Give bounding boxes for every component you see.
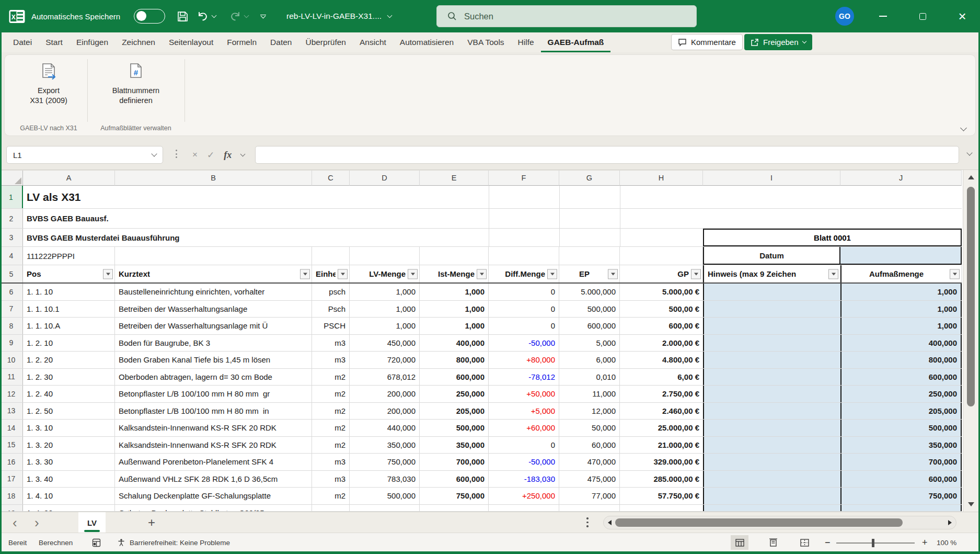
formula-bar-handle[interactable] bbox=[176, 150, 177, 158]
cell-diff-menge[interactable]: +5,000 bbox=[489, 403, 559, 420]
cell-hinweis[interactable] bbox=[703, 369, 840, 386]
cell-ep[interactable]: 77,000 bbox=[559, 488, 620, 504]
cell-h2[interactable] bbox=[620, 209, 703, 228]
add-sheet-button[interactable]: + bbox=[148, 512, 155, 533]
tab-bar-menu-icon[interactable] bbox=[586, 517, 589, 527]
row-header-3[interactable]: 3 bbox=[0, 229, 23, 246]
cell-c4[interactable] bbox=[312, 247, 350, 265]
cell-hinweis[interactable] bbox=[703, 335, 840, 352]
cell-h3[interactable] bbox=[620, 229, 703, 246]
cell-hinweis[interactable] bbox=[703, 352, 840, 368]
filter-diff_menge-button[interactable] bbox=[547, 269, 557, 279]
cell-ist-menge[interactable]: 1,000 bbox=[420, 284, 489, 300]
row-header-11[interactable]: 11 bbox=[0, 369, 23, 386]
cell-ep[interactable] bbox=[559, 505, 620, 512]
row-header-1[interactable]: 1 bbox=[0, 186, 23, 208]
cell-ist-menge[interactable]: 800,000 bbox=[420, 352, 489, 368]
cell-aufmassmenge[interactable]: 1,000 bbox=[840, 318, 962, 334]
macro-record-button[interactable] bbox=[92, 533, 101, 552]
cell-aufmassmenge[interactable]: 250,000 bbox=[840, 386, 962, 402]
cell-pos[interactable]: 1. 3. 30 bbox=[23, 454, 115, 470]
cell-hinweis[interactable] bbox=[703, 318, 840, 334]
ribbon-tab-formeln[interactable]: Formeln bbox=[220, 32, 263, 52]
column-header-d[interactable]: D bbox=[350, 171, 420, 186]
autosave-toggle[interactable] bbox=[134, 0, 165, 32]
cell-gp[interactable]: 25.000,00 € bbox=[620, 420, 703, 436]
datum-header-cell[interactable]: Datum bbox=[703, 247, 840, 265]
cell-diff-menge[interactable] bbox=[489, 505, 559, 512]
cell-ist-menge[interactable]: 205,000 bbox=[420, 403, 489, 420]
cell-lv-menge[interactable]: 1,000 bbox=[350, 284, 420, 300]
filter-ist_menge-button[interactable] bbox=[477, 269, 487, 279]
save-button[interactable] bbox=[177, 0, 189, 32]
ribbon-tab--berpr-fen[interactable]: Überprüfen bbox=[298, 32, 353, 52]
cell-diff-menge[interactable]: 0 bbox=[489, 284, 559, 300]
comments-button[interactable]: Kommentare bbox=[671, 34, 743, 50]
cell-aufmassmenge[interactable]: 700,000 bbox=[840, 454, 962, 470]
cell-diff-menge[interactable]: 0 bbox=[489, 437, 559, 454]
ribbon-tab-einf-gen[interactable]: Einfügen bbox=[70, 32, 115, 52]
cell-kurztext[interactable]: Boden Graben Kanal Tiefe bis 1,45 m löse… bbox=[115, 352, 312, 368]
ribbon-tab-seitenlayout[interactable]: Seitenlayout bbox=[162, 32, 220, 52]
filter-einheit-button[interactable] bbox=[338, 269, 348, 279]
cell-h1[interactable] bbox=[620, 186, 703, 208]
row-header-16[interactable]: 16 bbox=[0, 454, 23, 470]
row-header-13[interactable]: 13 bbox=[0, 403, 23, 420]
cell-lv-menge[interactable]: 678,012 bbox=[350, 369, 420, 386]
scroll-up-icon[interactable] bbox=[968, 175, 974, 179]
cell-kurztext[interactable]: Betreiben der Wasserhaltungsanlage mit Ü bbox=[115, 318, 312, 334]
filename-dropdown-icon[interactable] bbox=[387, 13, 393, 18]
cell-hinweis[interactable] bbox=[703, 284, 840, 300]
ribbon-tab-start[interactable]: Start bbox=[39, 32, 70, 52]
cell-a2[interactable]: BVBS GAEB Bauausf. bbox=[23, 209, 489, 228]
cell-a1[interactable]: LV als X31 bbox=[23, 186, 489, 208]
cell-b4[interactable] bbox=[115, 247, 312, 265]
aufmass-date-cell[interactable] bbox=[840, 247, 962, 265]
cell-ist-menge[interactable]: 1,000 bbox=[420, 318, 489, 334]
cell-ist-menge[interactable]: 250,000 bbox=[420, 386, 489, 402]
cell-ij2[interactable] bbox=[703, 209, 962, 228]
cell-g4[interactable] bbox=[559, 247, 620, 265]
cell-kurztext[interactable]: Schalung Deckenplatte GF-Schalungsplatte bbox=[115, 488, 312, 504]
row-header-7[interactable]: 7 bbox=[0, 301, 23, 318]
cell-kurztext[interactable]: Kalksandstein-Innenwand KS-R SFK 20 RDK bbox=[115, 420, 312, 436]
column-header-c[interactable]: C bbox=[312, 171, 350, 186]
cell-hinweis[interactable] bbox=[703, 505, 840, 512]
cell-gp[interactable]: 2.750,00 € bbox=[620, 386, 703, 402]
ribbon-tab-daten[interactable]: Daten bbox=[263, 32, 298, 52]
next-sheet-button[interactable]: › bbox=[34, 512, 39, 533]
cell-hinweis[interactable] bbox=[703, 454, 840, 470]
cell-kurztext[interactable]: Kalksandstein-Innenwand KS-R SFK 20 RDK bbox=[115, 437, 312, 454]
cell-pos[interactable]: 1. 1. 10.1 bbox=[23, 301, 115, 318]
quick-access-toolbar-button[interactable] bbox=[260, 0, 266, 32]
cell-kurztext[interactable]: Oberboden abtragen, lagern d= 30 cm Bode bbox=[115, 369, 312, 386]
scroll-down-icon[interactable] bbox=[968, 502, 974, 506]
cell-gp[interactable] bbox=[620, 505, 703, 512]
row-header-15[interactable]: 15 bbox=[0, 437, 23, 454]
cell-gp[interactable]: 600,00 € bbox=[620, 318, 703, 334]
cell-gp[interactable]: 4.800,00 € bbox=[620, 352, 703, 368]
cell-aufmassmenge[interactable]: 205,000 bbox=[840, 403, 962, 420]
status-calculate[interactable]: Berechnen bbox=[39, 533, 73, 552]
cell-aufmassmenge[interactable]: 500,000 bbox=[840, 420, 962, 436]
cell-ist-menge[interactable] bbox=[420, 505, 489, 512]
row-header-6[interactable]: 6 bbox=[0, 284, 23, 300]
collapse-ribbon-icon[interactable] bbox=[960, 125, 967, 131]
name-box-dropdown-icon[interactable] bbox=[151, 151, 157, 156]
scroll-left-icon[interactable] bbox=[608, 520, 612, 525]
redo-button[interactable] bbox=[229, 0, 248, 32]
cell-pos[interactable]: 1. 3. 20 bbox=[23, 437, 115, 454]
cell-kurztext[interactable]: Betreiben der Wasserhaltungsanlage bbox=[115, 301, 312, 318]
cell-ist-menge[interactable]: 600,000 bbox=[420, 471, 489, 488]
cell-h4[interactable] bbox=[620, 247, 703, 265]
cell-hinweis[interactable] bbox=[703, 488, 840, 504]
cell-ist-menge[interactable]: 600,000 bbox=[420, 369, 489, 386]
undo-button[interactable] bbox=[197, 0, 216, 32]
previous-sheet-button[interactable]: ‹ bbox=[13, 512, 17, 533]
cell-pos[interactable]: 1. 1. 10 bbox=[23, 284, 115, 300]
cell-diff-menge[interactable]: -78,012 bbox=[489, 369, 559, 386]
cell-kurztext[interactable]: Außenwand VHLz SFK 28 RDK 1,6 D 36,5cm bbox=[115, 471, 312, 488]
cell-gp[interactable]: 21.000,00 € bbox=[620, 437, 703, 454]
excel-app-icon[interactable]: X bbox=[8, 0, 26, 32]
zoom-in-button[interactable]: + bbox=[922, 533, 928, 552]
